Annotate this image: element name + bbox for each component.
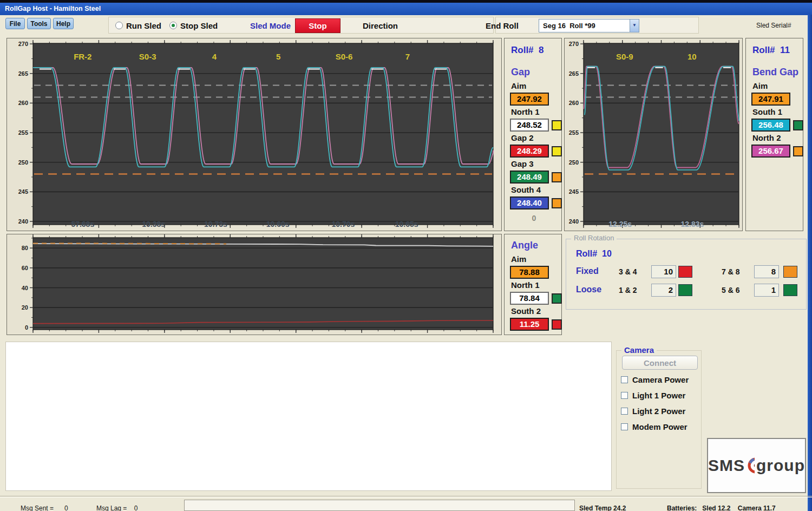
- menu-file[interactable]: File: [5, 18, 25, 29]
- svg-text:255: 255: [569, 129, 579, 136]
- camera-checkbox-row: Light 2 Power: [621, 405, 701, 416]
- window-border-right: [808, 15, 812, 511]
- rotation-count-field[interactable]: 8: [754, 265, 779, 278]
- value-row-label: Aim: [511, 81, 558, 91]
- bend-gap-trend-chart: 240245250255260265270S0-91012.25s12.83s: [565, 38, 742, 231]
- value-box: 248.40: [510, 196, 549, 209]
- svg-text:S0-6: S0-6: [336, 52, 353, 61]
- svg-text:270: 270: [18, 41, 28, 47]
- status-indicator: [793, 146, 803, 156]
- svg-text:4: 4: [212, 52, 217, 61]
- svg-text:260: 260: [569, 100, 579, 106]
- checkbox[interactable]: [621, 392, 628, 399]
- value-row-label: North 2: [752, 133, 800, 143]
- checkbox-label: Camera Power: [632, 375, 689, 384]
- rotation-row: Loose1 & 225 & 61: [566, 284, 806, 298]
- svg-text:245: 245: [18, 188, 28, 195]
- msg-sent-status: Msg Sent = 0: [21, 505, 68, 511]
- svg-text:10.38s: 10.38s: [142, 220, 165, 228]
- end-roll-value: Seg 16 Roll *99: [539, 19, 630, 32]
- svg-text:FR-2: FR-2: [74, 52, 91, 61]
- gap-trend-chart-panel: 240245250255260265270FR-2S0-345S0-6757.6…: [6, 38, 502, 231]
- value-box: 248.52: [510, 119, 549, 132]
- status-indicator: [552, 146, 562, 156]
- angle-trend-chart-panel: 020406080: [6, 234, 502, 335]
- value-box: 248.29: [510, 145, 549, 158]
- value-box: 247.92: [510, 93, 549, 106]
- value-box: 78.88: [510, 266, 549, 279]
- svg-text:S0-9: S0-9: [616, 52, 633, 61]
- gap-panel: Roll# 8 Gap Aim247.92North 1248.52Gap 22…: [504, 38, 562, 231]
- rotation-status-indicator: [678, 266, 692, 278]
- svg-text:S0-3: S0-3: [139, 52, 156, 61]
- menu-help[interactable]: Help: [53, 18, 74, 29]
- logo-text-group: group: [756, 456, 805, 475]
- menu-tools[interactable]: Tools: [27, 18, 51, 29]
- gap-value-rows: Aim247.92North 1248.52Gap 2248.29Gap 324…: [510, 81, 558, 209]
- svg-text:270: 270: [569, 41, 579, 47]
- sled-serial-label: Sled Serial#: [756, 22, 791, 29]
- svg-text:10: 10: [687, 52, 697, 61]
- value-row-label: Gap 3: [511, 159, 558, 169]
- value-row: 248.49: [510, 171, 558, 184]
- rotation-row: Fixed3 & 4107 & 88: [566, 265, 806, 279]
- value-row: 248.29: [510, 145, 558, 158]
- svg-text:265: 265: [569, 70, 579, 77]
- rotation-count-field[interactable]: 10: [651, 265, 676, 278]
- svg-text:245: 245: [569, 188, 579, 195]
- value-row-label: South 2: [511, 306, 558, 317]
- svg-text:240: 240: [569, 218, 579, 225]
- status-indicator: [552, 293, 562, 304]
- status-indicator: [552, 319, 562, 330]
- value-row-label: Aim: [511, 254, 558, 265]
- status-indicator: [793, 120, 803, 130]
- title-bar[interactable]: RollGap Host - Hamilton Steel: [0, 3, 812, 15]
- roll-rotation-group: Roll Rotation Roll# 10 Fixed3 & 4107 & 8…: [566, 239, 807, 310]
- statusbar-divider: [0, 496, 812, 497]
- sled-temp-status: Sled Temp 24.2: [579, 505, 626, 511]
- angle-trend-chart: 020406080: [7, 234, 501, 335]
- value-row-label: South 1: [752, 107, 800, 117]
- rollgap-host-window: RollGap Host - Hamilton Steel File Tools…: [0, 0, 812, 511]
- batteries-status: Batteries: Sled 12.2 Camera 11.7: [667, 505, 776, 511]
- rotation-count-field[interactable]: 1: [754, 284, 779, 297]
- rotation-status-indicator: [783, 284, 797, 296]
- svg-text:60: 60: [22, 265, 28, 271]
- rotation-roll-number: Roll# 10: [576, 249, 806, 259]
- svg-text:7: 7: [405, 52, 410, 61]
- value-row: 78.88: [510, 266, 558, 279]
- rotation-count-field[interactable]: 2: [651, 284, 676, 297]
- rotation-mode-label: Fixed: [576, 266, 599, 276]
- value-box: 247.91: [751, 93, 790, 106]
- chevron-down-icon[interactable]: ▼: [630, 19, 639, 32]
- checkbox[interactable]: [621, 408, 628, 415]
- value-box: 248.49: [510, 171, 549, 184]
- camera-group: Camera Connect Camera PowerLight 1 Power…: [616, 350, 702, 489]
- svg-text:5: 5: [276, 52, 280, 61]
- value-box: 78.84: [510, 292, 549, 305]
- connect-button[interactable]: Connect: [622, 356, 698, 370]
- gap-panel-counter: 0: [510, 214, 558, 222]
- end-roll-label: End Roll: [486, 21, 519, 30]
- value-box: 256.67: [751, 145, 790, 158]
- rotation-status-indicator: [678, 284, 692, 296]
- stop-sled-radio[interactable]: [169, 22, 177, 29]
- svg-text:10.60s: 10.60s: [266, 220, 290, 228]
- value-row-label: South 4: [511, 185, 558, 195]
- sled-mode-stop-button[interactable]: Stop: [295, 18, 340, 33]
- svg-text:10.70s: 10.70s: [331, 220, 355, 228]
- status-indicator: [552, 172, 562, 182]
- checkbox[interactable]: [621, 376, 628, 383]
- end-roll-select[interactable]: Seg 16 Roll *99 ▼: [539, 19, 639, 32]
- camera-checkbox-row: Camera Power: [621, 374, 701, 385]
- svg-text:10.73s: 10.73s: [204, 220, 227, 228]
- run-sled-radio[interactable]: [115, 22, 123, 29]
- camera-checkbox-row: Light 1 Power: [621, 390, 701, 401]
- camera-checkbox-list: Camera PowerLight 1 PowerLight 2 PowerMo…: [617, 369, 701, 432]
- checkbox[interactable]: [621, 423, 628, 430]
- camera-legend: Camera: [621, 345, 657, 355]
- svg-text:57.68s: 57.68s: [71, 220, 94, 228]
- logo-text-sms: SMS: [708, 456, 745, 475]
- svg-text:250: 250: [18, 159, 28, 166]
- gap-trend-chart: 240245250255260265270FR-2S0-345S0-6757.6…: [7, 38, 501, 231]
